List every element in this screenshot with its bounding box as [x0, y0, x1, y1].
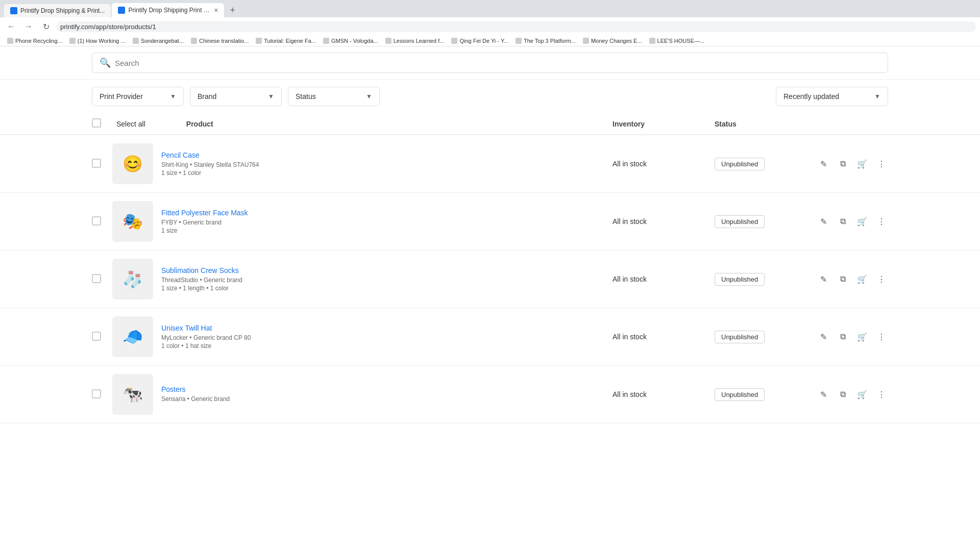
bookmark-how-working[interactable]: (1) How Working ... — [66, 37, 129, 45]
actions-cell-p1: ✎ ⧉ 🛒 ⋮ — [817, 157, 888, 171]
select-all-row: Select all Product — [112, 120, 612, 128]
product-info-p4: 🧢 Unisex Twill Hat MyLocker • Generic br… — [112, 316, 612, 357]
status-cell-p4: Unpublished — [715, 331, 817, 343]
product-thumb-p3: 🧦 — [112, 259, 153, 299]
more-button-p4[interactable]: ⋮ — [875, 330, 888, 344]
product-meta-p1: Shirt-King • Stanley Stella STAU764 — [161, 161, 612, 168]
sort-dropdown[interactable]: Recently updated ▼ — [776, 87, 888, 106]
add-to-store-button-p5[interactable]: 🛒 — [855, 387, 869, 402]
print-provider-label: Print Provider — [100, 92, 143, 101]
row-check-col-p1 — [92, 159, 112, 169]
product-checkbox-p4[interactable] — [92, 332, 101, 341]
print-provider-chevron-icon: ▼ — [170, 93, 176, 100]
table-header: Select all Product Inventory Status — [0, 113, 980, 135]
bookmark-lee[interactable]: LEE'S HOUSE—... — [646, 37, 708, 45]
bookmark-favicon — [69, 38, 76, 44]
tab-2[interactable]: Printify Drop Shipping Print o... × — [112, 3, 224, 17]
refresh-button[interactable]: ↻ — [39, 19, 53, 34]
brand-dropdown[interactable]: Brand ▼ — [190, 87, 282, 106]
product-thumb-p4: 🧢 — [112, 316, 153, 357]
tab-2-close[interactable]: × — [214, 6, 218, 14]
bookmark-label: GMSN - Vologda... — [331, 38, 378, 44]
duplicate-button-p1[interactable]: ⧉ — [836, 157, 849, 171]
more-button-p2[interactable]: ⋮ — [875, 214, 888, 229]
bookmark-favicon — [385, 38, 391, 44]
products-list: 😊 Pencil Case Shirt-King • Stanley Stell… — [0, 135, 980, 423]
add-to-store-button-p2[interactable]: 🛒 — [855, 214, 869, 229]
status-label: Status — [296, 92, 316, 101]
bookmark-sonderangebat[interactable]: Sonderangebat... — [130, 37, 187, 45]
product-checkbox-p3[interactable] — [92, 274, 101, 283]
bookmark-favicon — [649, 38, 655, 44]
bookmark-money[interactable]: Money Changes E... — [580, 37, 645, 45]
bookmark-label: Tutorial: Eigene Fa... — [264, 38, 316, 44]
select-all-label: Select all — [116, 120, 145, 128]
tab-2-title: Printify Drop Shipping Print o... — [128, 7, 211, 14]
duplicate-button-p5[interactable]: ⧉ — [836, 387, 849, 402]
product-details-p1: Pencil Case Shirt-King • Stanley Stella … — [161, 151, 612, 177]
print-provider-dropdown[interactable]: Print Provider ▼ — [92, 87, 184, 106]
edit-button-p5[interactable]: ✎ — [817, 387, 830, 402]
status-dropdown[interactable]: Status ▼ — [288, 87, 380, 106]
product-row-p3: 🧦 Sublimation Crew Socks ThreadStudio • … — [0, 251, 980, 308]
more-button-p1[interactable]: ⋮ — [875, 157, 888, 171]
edit-button-p3[interactable]: ✎ — [817, 272, 830, 286]
brand-label: Brand — [198, 92, 216, 101]
bookmark-gmsn[interactable]: GMSN - Vologda... — [320, 37, 381, 45]
add-to-store-button-p3[interactable]: 🛒 — [855, 272, 869, 286]
bookmark-qing[interactable]: Qing Fei De Yi - Y... — [448, 37, 511, 45]
forward-button[interactable]: → — [21, 19, 36, 34]
actions-cell-p2: ✎ ⧉ 🛒 ⋮ — [817, 214, 888, 229]
address-bar-row: ← → ↻ — [0, 17, 980, 36]
bookmark-label: Phone Recycling... — [15, 38, 62, 44]
product-meta-p5: Sensaria • Generic brand — [161, 395, 612, 403]
product-checkbox-p5[interactable] — [92, 389, 101, 398]
bookmark-label: LEE'S HOUSE—... — [657, 38, 705, 44]
product-meta-p2: FYBY • Generic brand — [161, 219, 612, 226]
bookmark-phone-recycling[interactable]: Phone Recycling... — [4, 37, 65, 45]
bookmark-label: (1) How Working ... — [78, 38, 126, 44]
product-info-p2: 🎭 Fitted Polyester Face Mask FYBY • Gene… — [112, 201, 612, 242]
bookmark-chinese[interactable]: Chinese translatio... — [188, 37, 252, 45]
select-all-checkbox[interactable] — [92, 118, 101, 128]
product-name-p1[interactable]: Pencil Case — [161, 151, 612, 159]
row-check-col-p4 — [92, 332, 112, 342]
actions-cell-p4: ✎ ⧉ 🛒 ⋮ — [817, 330, 888, 344]
search-input[interactable] — [115, 59, 880, 67]
more-button-p5[interactable]: ⋮ — [875, 387, 888, 402]
row-check-col-p3 — [92, 274, 112, 285]
address-input[interactable] — [56, 21, 976, 32]
duplicate-button-p2[interactable]: ⧉ — [836, 214, 849, 229]
product-info-p5: 🐄 Posters Sensaria • Generic brand — [112, 374, 612, 415]
duplicate-button-p3[interactable]: ⧉ — [836, 272, 849, 286]
product-checkbox-p2[interactable] — [92, 216, 101, 226]
product-name-p3[interactable]: Sublimation Crew Socks — [161, 266, 612, 274]
product-info-p1: 😊 Pencil Case Shirt-King • Stanley Stell… — [112, 143, 612, 184]
bookmark-lessons[interactable]: Lessons Learned f... — [382, 37, 448, 45]
new-tab-button[interactable]: + — [225, 3, 239, 17]
product-name-p5[interactable]: Posters — [161, 385, 612, 393]
product-meta-p3: ThreadStudio • Generic brand — [161, 277, 612, 284]
back-button[interactable]: ← — [4, 19, 18, 34]
edit-button-p4[interactable]: ✎ — [817, 330, 830, 344]
product-name-p4[interactable]: Unisex Twill Hat — [161, 324, 612, 332]
bookmark-top3[interactable]: The Top 3 Platform... — [512, 37, 579, 45]
add-to-store-button-p4[interactable]: 🛒 — [855, 330, 869, 344]
more-button-p3[interactable]: ⋮ — [875, 272, 888, 286]
product-variants-p2: 1 size — [161, 227, 612, 234]
tab-1[interactable]: Printify Drop Shipping & Print... — [4, 4, 111, 17]
edit-button-p2[interactable]: ✎ — [817, 214, 830, 229]
actions-cell-p5: ✎ ⧉ 🛒 ⋮ — [817, 387, 888, 402]
bookmark-favicon — [516, 38, 522, 44]
product-details-p4: Unisex Twill Hat MyLocker • Generic bran… — [161, 324, 612, 349]
bookmark-tutorial[interactable]: Tutorial: Eigene Fa... — [253, 37, 319, 45]
product-name-p2[interactable]: Fitted Polyester Face Mask — [161, 209, 612, 217]
edit-button-p1[interactable]: ✎ — [817, 157, 830, 171]
inventory-col-header: Inventory — [612, 120, 715, 128]
brand-chevron-icon: ▼ — [268, 93, 274, 100]
duplicate-button-p4[interactable]: ⧉ — [836, 330, 849, 344]
product-checkbox-p1[interactable] — [92, 159, 101, 168]
add-to-store-button-p1[interactable]: 🛒 — [855, 157, 869, 171]
product-variants-p1: 1 size • 1 color — [161, 169, 612, 177]
product-row-p2: 🎭 Fitted Polyester Face Mask FYBY • Gene… — [0, 193, 980, 251]
